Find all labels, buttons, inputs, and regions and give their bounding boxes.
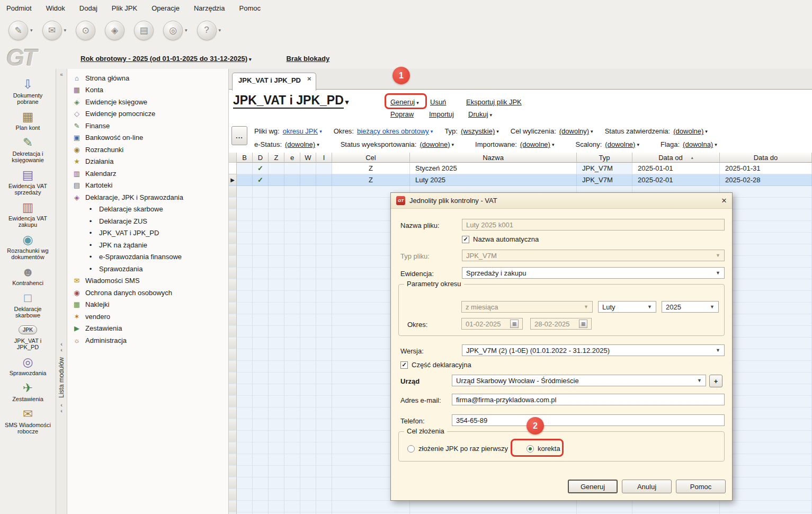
sidebar-item-5[interactable]: ◉Rozrachunki wg dokumentów	[0, 233, 56, 260]
sidebar-item-11[interactable]: ✉SMS Wiadomości robocze	[0, 407, 56, 435]
table-row-1[interactable]: ▶✓ZLuty 2025JPK_V7M2025-02-012025-02-28	[229, 174, 812, 186]
sidebar-item-4[interactable]: ▥Ewidencja VAT zakupu	[0, 200, 56, 228]
dialog-pomoc-button[interactable]: Pomoc	[676, 480, 726, 493]
chevron-down-icon[interactable]: ▾	[219, 28, 221, 33]
filter-value[interactable]: okresu JPK	[283, 127, 318, 135]
telefon-input[interactable]: 354-65-89	[452, 414, 725, 426]
mail-icon[interactable]: ✉	[42, 21, 62, 40]
dialog-anuluj-button[interactable]: Anuluj	[622, 480, 672, 493]
usun-link[interactable]: Usuń	[430, 98, 446, 106]
tree-item-13[interactable]: •JPK_VAT i JPK_PD	[67, 227, 228, 240]
tree-item-11[interactable]: •Deklaracje skarbowe	[67, 203, 228, 216]
chevron-down-icon[interactable]: ▾	[185, 28, 188, 33]
tree-item-9[interactable]: ▤Kartoteki	[67, 180, 228, 192]
sidebar-item-1[interactable]: ▦Plan kont	[0, 110, 56, 131]
column-header-10[interactable]: Data do	[720, 153, 812, 163]
filter-value[interactable]: bieżący okres obrotowy	[357, 127, 429, 135]
urzad-select[interactable]: Urząd Skarbowy Wrocław - Śródmieście▼	[452, 375, 706, 386]
reports-icon[interactable]: ◎	[163, 21, 183, 40]
ewidencja-select[interactable]: Sprzedaży i zakupu▼	[462, 267, 725, 279]
menu-item-1[interactable]: Widok	[46, 4, 65, 12]
column-header-9[interactable]: Data od▴	[632, 153, 720, 163]
column-header-7[interactable]: Nazwa	[410, 153, 577, 163]
tree-item-19[interactable]: ▦Naklejki	[67, 299, 228, 311]
tree-item-2[interactable]: ◈Ewidencje księgowe	[67, 96, 228, 108]
filter-value[interactable]: (dowolne)	[673, 127, 703, 135]
tree-item-7[interactable]: ★Działania	[67, 156, 228, 168]
wersja-select[interactable]: JPK_V7M (2) (1-0E) (01.01.2022 - 31.12.2…	[462, 344, 725, 356]
filter-value[interactable]: (dowolna)	[683, 140, 713, 148]
filter-more-button[interactable]: ...	[231, 126, 247, 145]
fiscal-year-link[interactable]: Rok obrotowy - 2025 (od 01-01-2025 do 31…	[81, 55, 252, 63]
filter-value[interactable]: (dowolne)	[520, 140, 550, 148]
sidebar-item-2[interactable]: ✎Dekretacja i księgowanie	[0, 136, 56, 163]
drukuj-link[interactable]: Drukuj▾	[468, 110, 492, 118]
copy-icon[interactable]: ▤	[134, 21, 154, 40]
lock-status-link[interactable]: Brak blokady	[287, 55, 330, 63]
chevron-down-icon[interactable]: ▾	[30, 28, 33, 33]
tree-item-4[interactable]: ✎Finanse	[67, 120, 228, 132]
tree-item-22[interactable]: ☼Administracja	[67, 334, 228, 347]
column-header-6[interactable]: Cel	[332, 153, 410, 163]
miesiac-select[interactable]: Luty▼	[598, 301, 656, 313]
filter-value[interactable]: (dowolne)	[605, 140, 635, 148]
add-urzad-button[interactable]: +	[709, 375, 722, 387]
sidebar-item-6[interactable]: ☻Kontrahenci	[0, 265, 56, 286]
eksportuj-link[interactable]: Eksportuj plik JPK	[466, 98, 522, 106]
tree-item-3[interactable]: ◇Ewidencje pomocnicze	[67, 108, 228, 120]
column-header-5[interactable]: I	[316, 153, 332, 163]
collapse-chevron-icon[interactable]: ‹	[60, 347, 63, 353]
email-input[interactable]: firma@firma-przykladowa.com.pl	[452, 394, 725, 405]
document-icon[interactable]: ◈	[105, 21, 124, 40]
chevron-down-icon[interactable]: ▾	[64, 28, 67, 33]
dialog-close-icon[interactable]: ×	[721, 196, 727, 205]
column-header-3[interactable]: e	[284, 153, 300, 163]
compose-icon[interactable]: ✎	[8, 21, 28, 40]
menu-item-2[interactable]: Dodaj	[79, 4, 97, 12]
column-header-1[interactable]: D	[253, 153, 269, 163]
popraw-link[interactable]: Popraw	[390, 110, 414, 118]
tree-item-1[interactable]: ▦Konta	[67, 84, 228, 96]
radio-zlozenie-pierwszy[interactable]: złożenie JPK po raz pierwszy	[407, 445, 508, 453]
help-icon[interactable]: ?	[197, 21, 217, 40]
collapse-chevron-icon[interactable]: ‹	[60, 408, 63, 414]
sidebar-item-9[interactable]: ◎Sprawozdania	[0, 355, 56, 376]
sidebar-item-7[interactable]: □Deklaracje skarbowe	[0, 291, 56, 318]
sidebar-item-3[interactable]: ▤Ewidencja VAT sprzedaży	[0, 168, 56, 196]
sidebar-item-0[interactable]: ⇩Dokumenty pobrane	[0, 77, 56, 105]
tree-item-21[interactable]: ▶Zestawienia	[67, 323, 228, 335]
table-row-0[interactable]: ✓ZStyczeń 2025JPK_V7M2025-01-012025-01-3…	[229, 163, 812, 174]
importuj-link[interactable]: Importuj	[429, 110, 454, 118]
tree-item-20[interactable]: ✶vendero	[67, 311, 228, 323]
menu-item-6[interactable]: Pomoc	[239, 4, 260, 12]
column-header-0[interactable]: B	[237, 153, 253, 163]
tree-item-5[interactable]: ▣Bankowość on-line	[67, 132, 228, 144]
page-title[interactable]: JPK_VAT i JPK_PD▾	[233, 93, 349, 108]
filter-value[interactable]: (wszystkie)	[461, 127, 495, 135]
tree-item-14[interactable]: •JPK na żądanie	[67, 239, 228, 251]
filter-value[interactable]: (dowolne)	[420, 140, 450, 148]
tree-item-16[interactable]: •Sprawozdania	[67, 263, 228, 275]
tree-item-6[interactable]: ◉Rozrachunki	[67, 144, 228, 156]
column-header-8[interactable]: Typ	[577, 153, 632, 163]
menu-item-0[interactable]: Podmiot	[6, 4, 32, 12]
nazwa-automatyczna-checkbox[interactable]: ✓ Nazwa automatyczna	[462, 235, 539, 243]
dialog-titlebar[interactable]: GT Jednolity plik kontrolny - VAT ×	[391, 193, 732, 209]
panel-pin-icon[interactable]: «	[60, 72, 63, 77]
rok-select[interactable]: 2025▼	[662, 301, 719, 313]
sidebar-item-8[interactable]: JPKJPK_VAT i JPK_PD	[0, 323, 56, 350]
tree-item-8[interactable]: ▥Kalendarz	[67, 167, 228, 180]
menu-item-4[interactable]: Operacje	[151, 4, 180, 12]
tree-item-12[interactable]: •Deklaracje ZUS	[67, 215, 228, 227]
tree-item-10[interactable]: ◈Deklaracje, JPK i Sprawozdania	[67, 191, 228, 203]
tree-item-15[interactable]: •e-Sprawozdania finansowe	[67, 251, 228, 263]
menu-item-3[interactable]: Plik JPK	[112, 4, 137, 12]
tree-item-17[interactable]: ✉Wiadomości SMS	[67, 275, 228, 287]
column-header-2[interactable]: Z	[269, 153, 284, 163]
filter-value[interactable]: (dowolny)	[559, 127, 589, 135]
czesc-deklaracyjna-checkbox[interactable]: ✓ Część deklaracyjna	[400, 361, 471, 369]
menu-item-5[interactable]: Narzędzia	[194, 4, 225, 12]
filter-value[interactable]: (dowolne)	[285, 140, 315, 148]
tab-jpk-vat[interactable]: JPK_VAT i JPK_PD ×	[232, 73, 316, 91]
sidebar-item-10[interactable]: ✈Zestawienia	[0, 381, 56, 402]
